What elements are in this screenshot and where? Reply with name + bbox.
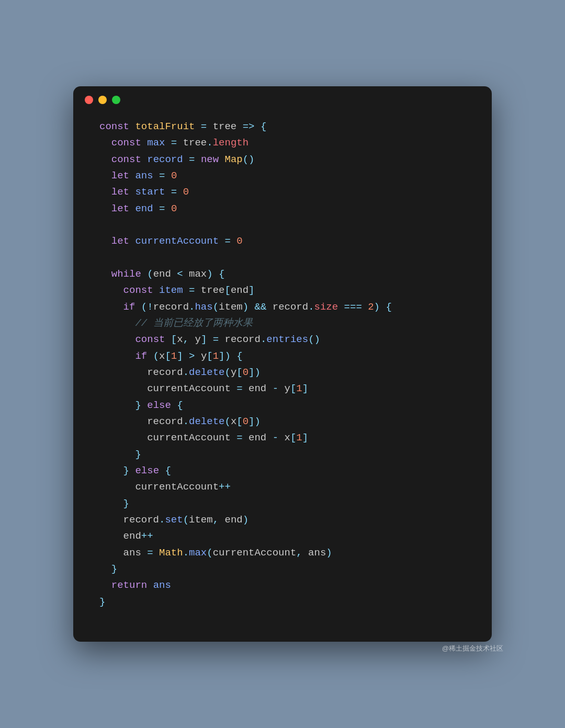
watermark: @稀土掘金技术社区: [442, 644, 503, 653]
code-content: const totalFruit = tree => { const max =…: [73, 113, 492, 621]
maximize-dot[interactable]: [112, 96, 120, 104]
outer-wrapper: const totalFruit = tree => { const max =…: [52, 65, 513, 663]
code-window: const totalFruit = tree => { const max =…: [73, 86, 492, 642]
close-dot[interactable]: [85, 96, 93, 104]
titlebar: [73, 86, 492, 113]
minimize-dot[interactable]: [98, 96, 107, 104]
